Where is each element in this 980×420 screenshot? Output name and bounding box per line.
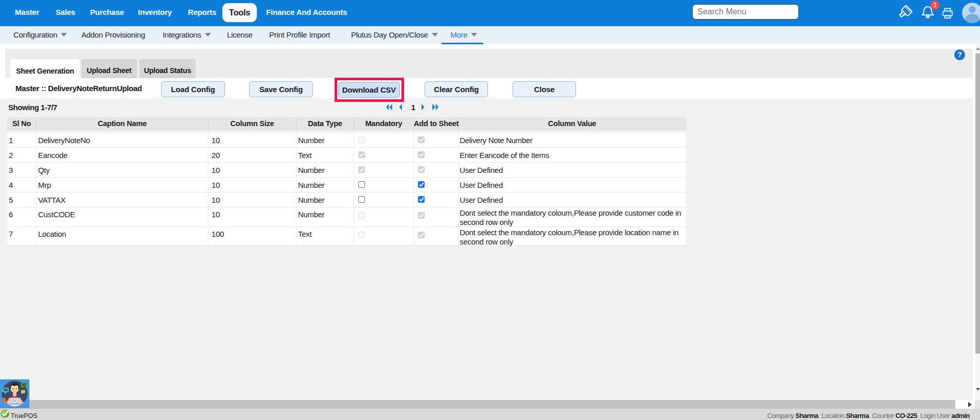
svg-text:1: 1 <box>933 2 937 9</box>
